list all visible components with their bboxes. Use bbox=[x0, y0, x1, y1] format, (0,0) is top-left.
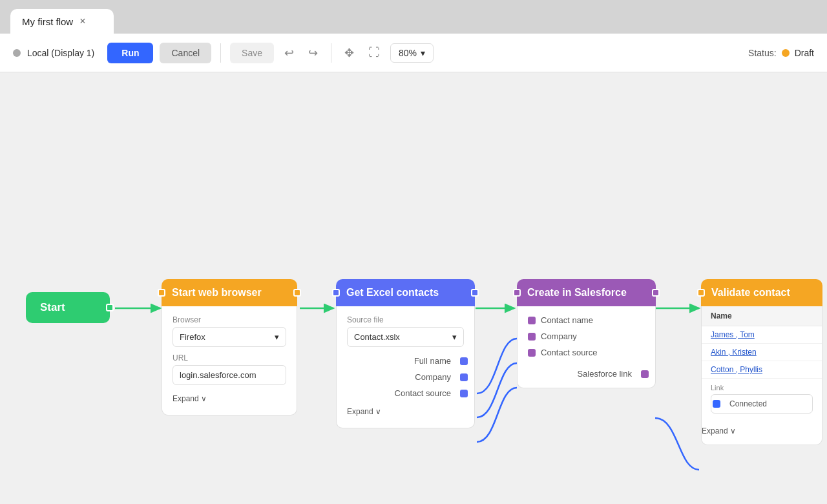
excel-node-body: Source file Contact.xslx ▾ Full name Com… bbox=[336, 306, 475, 428]
status-text: Status: bbox=[748, 48, 777, 58]
excel-out-connector bbox=[471, 289, 479, 297]
web-browser-node-header: Start web browser bbox=[162, 279, 297, 306]
excel-node-label: Get Excel contacts bbox=[346, 287, 439, 299]
sf-link-field: Salesforce link bbox=[528, 369, 645, 379]
sf-company-field: Company bbox=[528, 331, 645, 341]
source-file-chevron: ▾ bbox=[452, 332, 457, 342]
excel-full-name-connector bbox=[460, 357, 468, 365]
validate-link-label: Link bbox=[711, 384, 813, 392]
validate-in-connector bbox=[697, 289, 705, 297]
env-label: Local (Display 1) bbox=[27, 48, 94, 58]
validate-link-in-connector bbox=[713, 400, 720, 408]
excel-contact-source-label: Contact source bbox=[395, 388, 451, 398]
web-browser-node-label: Start web browser bbox=[172, 287, 262, 299]
tab-close-button[interactable]: × bbox=[79, 16, 85, 27]
url-input[interactable] bbox=[173, 365, 286, 385]
web-browser-in-connector bbox=[158, 289, 165, 297]
zoom-value: 80% bbox=[399, 48, 417, 58]
sf-company-connector bbox=[528, 333, 536, 341]
flow-tab[interactable]: My first flow × bbox=[10, 9, 114, 34]
validate-node-label: Validate contact bbox=[711, 287, 790, 299]
validate-node-header: Validate contact bbox=[701, 279, 822, 306]
toolbar-divider-2 bbox=[331, 43, 331, 63]
excel-full-name-label: Full name bbox=[414, 356, 451, 366]
url-label: URL bbox=[173, 353, 286, 362]
browser-select-value: Firefox bbox=[180, 332, 205, 342]
redo-button[interactable]: ↪ bbox=[304, 43, 322, 63]
zoom-select[interactable]: 80% ▾ bbox=[390, 43, 434, 63]
status-value: Draft bbox=[795, 48, 814, 58]
undo-button[interactable]: ↩ bbox=[280, 43, 298, 63]
sf-contact-source-connector bbox=[528, 349, 536, 357]
web-browser-node[interactable]: Start web browser Browser Firefox ▾ URL … bbox=[162, 279, 297, 415]
sf-link-label: Salesforce link bbox=[577, 369, 632, 379]
move-button[interactable]: ✥ bbox=[340, 43, 358, 63]
browser-select-chevron: ▾ bbox=[275, 332, 279, 342]
sf-contact-source-field: Contact source bbox=[528, 348, 645, 357]
salesforce-in-connector bbox=[513, 289, 521, 297]
excel-company-label: Company bbox=[415, 372, 451, 382]
excel-node[interactable]: Get Excel contacts Source file Contact.x… bbox=[336, 279, 475, 428]
validate-row-3[interactable]: Cotton , Phyllis bbox=[702, 361, 822, 379]
status-area: Status: Draft bbox=[748, 48, 814, 58]
validate-node-body: Name James , Tom Akin , Kristen Cotton ,… bbox=[701, 306, 822, 445]
toolbar: Local (Display 1) Run Cancel Save ↩ ↪ ✥ … bbox=[0, 34, 827, 72]
validate-link-connected: Connected bbox=[729, 399, 767, 408]
excel-contact-source-connector bbox=[460, 390, 468, 397]
source-file-value: Contact.xslx bbox=[354, 332, 400, 342]
salesforce-node-header: Create in Salesforce bbox=[517, 279, 656, 306]
validate-link-section: Link Connected bbox=[702, 379, 822, 421]
excel-expand-button[interactable]: Expand ∨ bbox=[347, 404, 381, 419]
web-browser-out-connector bbox=[293, 289, 301, 297]
run-button[interactable]: Run bbox=[107, 43, 153, 63]
env-status-dot bbox=[13, 49, 21, 57]
sf-contact-name-connector bbox=[528, 317, 536, 324]
excel-company-connector bbox=[460, 373, 468, 381]
fullscreen-button[interactable]: ⛶ bbox=[364, 43, 384, 62]
excel-company-field: Company bbox=[347, 372, 464, 382]
sf-company-label: Company bbox=[541, 331, 577, 341]
flow-canvas: Start Start web browser Browser Firefox … bbox=[0, 72, 827, 504]
toolbar-divider-1 bbox=[220, 43, 221, 63]
status-dot bbox=[782, 49, 790, 57]
sf-contact-name-label: Contact name bbox=[541, 315, 593, 325]
source-file-label: Source file bbox=[347, 315, 464, 324]
validate-row-1[interactable]: James , Tom bbox=[702, 326, 822, 344]
source-file-select[interactable]: Contact.xslx ▾ bbox=[347, 327, 464, 347]
excel-in-connector bbox=[332, 289, 340, 297]
tab-bar: My first flow × bbox=[0, 0, 827, 34]
validate-row-2[interactable]: Akin , Kristen bbox=[702, 344, 822, 361]
cancel-button[interactable]: Cancel bbox=[160, 43, 211, 63]
validate-expand-button[interactable]: Expand ∨ bbox=[702, 424, 736, 438]
tab-title: My first flow bbox=[22, 16, 73, 27]
start-node-header: Start bbox=[26, 292, 110, 323]
validate-link-value: Connected bbox=[711, 394, 813, 414]
validate-node[interactable]: Validate contact Name James , Tom Akin ,… bbox=[701, 279, 822, 445]
browser-select[interactable]: Firefox ▾ bbox=[173, 327, 286, 347]
sf-contact-source-label: Contact source bbox=[541, 348, 597, 357]
start-node-out-connector bbox=[106, 304, 114, 311]
salesforce-node-body: Contact name Company Contact source Sale… bbox=[517, 306, 656, 388]
browser-label: Browser bbox=[173, 315, 286, 324]
sf-contact-name-field: Contact name bbox=[528, 315, 645, 325]
excel-contact-source-field: Contact source bbox=[347, 388, 464, 398]
zoom-chevron-icon: ▾ bbox=[421, 48, 425, 58]
web-browser-expand-button[interactable]: Expand ∨ bbox=[173, 392, 207, 406]
validate-table-header: Name bbox=[702, 306, 822, 326]
salesforce-out-connector bbox=[652, 289, 660, 297]
web-browser-node-body: Browser Firefox ▾ URL Expand ∨ bbox=[162, 306, 297, 415]
salesforce-node[interactable]: Create in Salesforce Contact name Compan… bbox=[517, 279, 656, 388]
sf-link-connector bbox=[641, 370, 649, 378]
excel-full-name-field: Full name bbox=[347, 356, 464, 366]
excel-node-header: Get Excel contacts bbox=[336, 279, 475, 306]
save-button[interactable]: Save bbox=[230, 43, 274, 63]
salesforce-node-label: Create in Salesforce bbox=[527, 287, 627, 299]
start-node-label: Start bbox=[40, 301, 65, 313]
start-node[interactable]: Start bbox=[26, 292, 110, 323]
